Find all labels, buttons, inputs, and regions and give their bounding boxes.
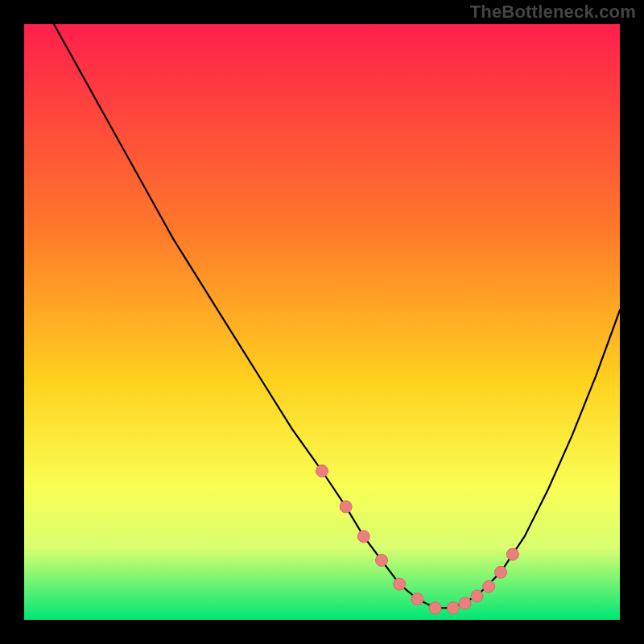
curve-dot <box>340 501 352 513</box>
watermark-text: TheBottleneck.com <box>470 2 636 23</box>
curve-dot <box>394 578 406 590</box>
chart-stage: TheBottleneck.com <box>0 0 644 644</box>
curve-dot <box>483 580 495 592</box>
curve-dot <box>471 590 483 602</box>
curve-dot <box>447 602 459 614</box>
curve-dot <box>376 555 388 567</box>
curve-dot <box>316 465 328 477</box>
plot-area <box>24 24 620 620</box>
curve-dot <box>357 530 369 543</box>
curve-dot <box>429 602 441 614</box>
curve-dot <box>506 548 518 560</box>
curve-dot <box>495 566 507 578</box>
curve-dot <box>459 597 471 609</box>
bottleneck-chart <box>0 0 644 644</box>
curve-dot <box>411 593 423 605</box>
